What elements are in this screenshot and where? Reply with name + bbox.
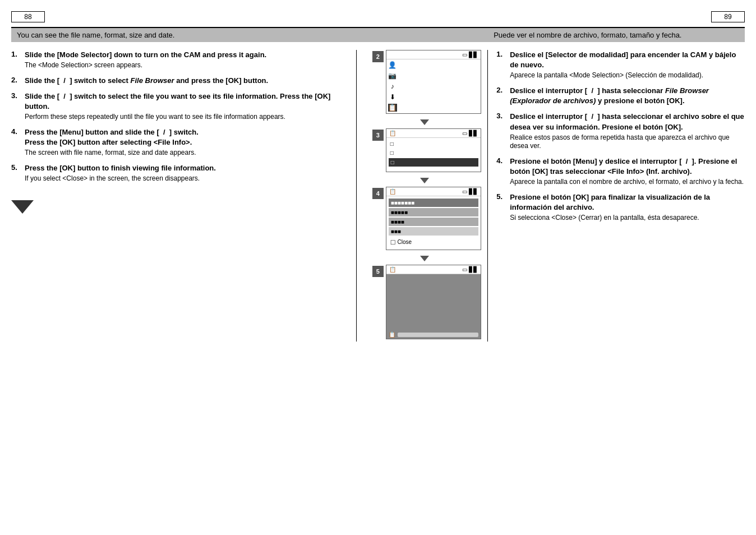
step-es-4: 4. Presione el botón [Menu] y deslice el… bbox=[496, 156, 745, 187]
info-label-4: ■■■ bbox=[391, 228, 401, 234]
cam-body-3: □ □ □ bbox=[386, 138, 481, 172]
icon-file-active: 📋 bbox=[388, 104, 397, 112]
cam-screen-4: 4 📋 ▭ ▊▊ ■■■■■■■ ■■■■■ bbox=[372, 187, 483, 250]
cam-status-5: ▭ ▊▊ bbox=[462, 266, 478, 273]
cam-file-icon-5: 📋 bbox=[389, 266, 396, 273]
step-bold-3: Slide the [ / ] switch to select the fil… bbox=[25, 91, 348, 112]
file-item-1: □ bbox=[389, 140, 478, 147]
info-row-close: □ Close bbox=[389, 237, 478, 247]
step-es-sub-4: Aparece la pantalla con el nombre de arc… bbox=[510, 178, 745, 187]
step-sub-1: The <Mode Selection> screen appears. bbox=[25, 61, 348, 70]
step-es-content-4: Presione el botón [Menu] y deslice el in… bbox=[510, 156, 745, 187]
file-item-3-selected: □ bbox=[389, 158, 478, 167]
cam-frame-2: ▭ ▊▊ 👤 📷 ♪ ⬇ 📋 bbox=[386, 50, 481, 114]
info-label-1: ■■■■■■■ bbox=[391, 200, 414, 206]
info-row-1: ■■■■■■■ bbox=[389, 199, 478, 207]
screen-badge-3: 3 bbox=[372, 130, 384, 141]
step-content-5: Press the [OK] button to finish viewing … bbox=[25, 163, 348, 183]
info-row-4: ■■■ bbox=[389, 227, 478, 236]
file-icon-3: □ bbox=[391, 159, 394, 165]
diagram-column: 2 ▭ ▊▊ 👤 📷 ♪ ⬇ 📋 bbox=[356, 50, 488, 342]
step-content-3: Slide the [ / ] switch to select the fil… bbox=[25, 91, 348, 122]
cam-file-icon-3: 📋 bbox=[389, 130, 396, 136]
close-checkbox: □ bbox=[391, 238, 395, 246]
bottom-arrow-icon bbox=[11, 200, 34, 214]
step-en-3: 3. Slide the [ / ] switch to select the … bbox=[11, 91, 348, 122]
cam-frame-5: 📋 ▭ ▊▊ 📋 bbox=[386, 265, 481, 339]
cam-content-2 bbox=[399, 61, 479, 112]
spanish-steps: 1. Deslice el [Selector de modalidad] pa… bbox=[488, 50, 745, 342]
step-bold-4: Press the [Menu] button and slide the [ … bbox=[25, 127, 348, 147]
cam-frame-4: 📋 ▭ ▊▊ ■■■■■■■ ■■■■■ bbox=[386, 187, 481, 250]
step-number-3: 3. bbox=[11, 91, 21, 122]
cam-header-2: ▭ ▊▊ bbox=[386, 50, 481, 59]
step-es-sub-1: Aparece la pantalla <Mode Selection> (Se… bbox=[510, 71, 745, 80]
step-es-content-5: Presione el botón [OK] para finalizar la… bbox=[510, 192, 745, 223]
cam-header-5: 📋 ▭ ▊▊ bbox=[386, 265, 481, 274]
cam-footer-icon: 📋 bbox=[389, 331, 395, 338]
english-steps: 1. Slide the [Mode Selector] down to tur… bbox=[11, 50, 356, 342]
step-bold-5: Press the [OK] button to finish viewing … bbox=[25, 163, 348, 173]
cam-screen-5: 5 📋 ▭ ▊▊ 📋 bbox=[372, 265, 483, 339]
cam-dark-screen-5 bbox=[386, 274, 481, 330]
icon-person: 👤 bbox=[388, 61, 397, 69]
step-es-5: 5. Presione el botón [OK] para finalizar… bbox=[496, 192, 745, 223]
step-en-1: 1. Slide the [Mode Selector] down to tur… bbox=[11, 50, 348, 70]
arrow-between-2-3 bbox=[420, 119, 429, 125]
step-es-number-1: 1. bbox=[496, 50, 506, 80]
step-sub-4: The screen with file name, format, size … bbox=[25, 149, 348, 158]
step-es-1: 1. Deslice el [Selector de modalidad] pa… bbox=[496, 50, 745, 80]
section-title-spanish: Puede ver el nombre de archivo, formato,… bbox=[488, 28, 745, 42]
step-es-3: 3. Deslice el interruptor [ / ] hasta se… bbox=[496, 112, 745, 151]
step-es-number-4: 4. bbox=[496, 156, 506, 187]
step-number-1: 1. bbox=[11, 50, 21, 70]
page-header: 88 89 bbox=[11, 11, 745, 22]
step-number-2: 2. bbox=[11, 76, 21, 86]
step-es-content-3: Deslice el interruptor [ / ] hasta selec… bbox=[510, 112, 745, 151]
icon-download: ⬇ bbox=[390, 93, 395, 101]
icon-music: ♪ bbox=[391, 82, 394, 90]
step-es-bold-3: Deslice el interruptor [ / ] hasta selec… bbox=[510, 112, 745, 132]
step-es-number-2: 2. bbox=[496, 86, 506, 106]
step-es-bold-1: Deslice el [Selector de modalidad] para … bbox=[510, 50, 745, 70]
info-label-2: ■■■■■ bbox=[391, 209, 408, 215]
cam-header-icons: ▭ ▊▊ bbox=[462, 52, 478, 58]
info-label-3: ■■■■ bbox=[391, 219, 404, 225]
info-row-3: ■■■■ bbox=[389, 218, 478, 226]
screen-badge-2: 2 bbox=[372, 51, 384, 62]
cam-body-2: 👤 📷 ♪ ⬇ 📋 bbox=[386, 59, 481, 113]
section-title-bar: You can see the file name, format, size … bbox=[11, 28, 745, 42]
section-title-mid bbox=[356, 28, 488, 42]
cam-file-icon-4: 📋 bbox=[389, 188, 396, 195]
cam-screen-3: 3 📋 ▭ ▊▊ □ □ bbox=[372, 128, 483, 172]
close-label: Close bbox=[398, 239, 412, 245]
step-content-1: Slide the [Mode Selector] down to turn o… bbox=[25, 50, 348, 70]
screen-badge-4: 4 bbox=[372, 188, 384, 199]
arrow-between-3-4 bbox=[420, 178, 429, 183]
step-es-number-3: 3. bbox=[496, 112, 506, 151]
step-en-4: 4. Press the [Menu] button and slide the… bbox=[11, 127, 348, 158]
cam-footer-bar bbox=[398, 333, 478, 337]
right-page-number: 89 bbox=[711, 11, 745, 22]
step-es-content-1: Deslice el [Selector de modalidad] para … bbox=[510, 50, 745, 80]
arrow-between-4-5 bbox=[420, 256, 429, 261]
diagram-container: 2 ▭ ▊▊ 👤 📷 ♪ ⬇ 📋 bbox=[361, 50, 483, 342]
step-es-sub-5: Si selecciona <Close> (Cerrar) en la pan… bbox=[510, 214, 745, 223]
step-en-2: 2. Slide the [ / ] switch to select File… bbox=[11, 76, 348, 86]
cam-left-icons: 👤 📷 ♪ ⬇ 📋 bbox=[388, 61, 397, 112]
cam-header-3: 📋 ▭ ▊▊ bbox=[386, 129, 481, 138]
step-bold-1: Slide the [Mode Selector] down to turn o… bbox=[25, 50, 348, 60]
step-content-4: Press the [Menu] button and slide the [ … bbox=[25, 127, 348, 158]
step-bold-2: Slide the [ / ] switch to select File Br… bbox=[25, 76, 348, 86]
step-es-bold-4: Presione el botón [Menu] y deslice el in… bbox=[510, 156, 745, 177]
cam-screen-2: 2 ▭ ▊▊ 👤 📷 ♪ ⬇ 📋 bbox=[372, 50, 483, 114]
step-en-5: 5. Press the [OK] button to finish viewi… bbox=[11, 163, 348, 183]
cam-status-4: ▭ ▊▊ bbox=[462, 188, 478, 195]
left-page-number: 88 bbox=[11, 11, 45, 22]
cam-footer-5: 📋 bbox=[386, 330, 481, 339]
step-es-number-5: 5. bbox=[496, 192, 506, 223]
step-number-4: 4. bbox=[11, 127, 21, 158]
section-title-english: You can see the file name, format, size … bbox=[11, 28, 356, 42]
file-icon-2: □ bbox=[390, 150, 394, 156]
file-item-2: □ bbox=[389, 149, 478, 156]
